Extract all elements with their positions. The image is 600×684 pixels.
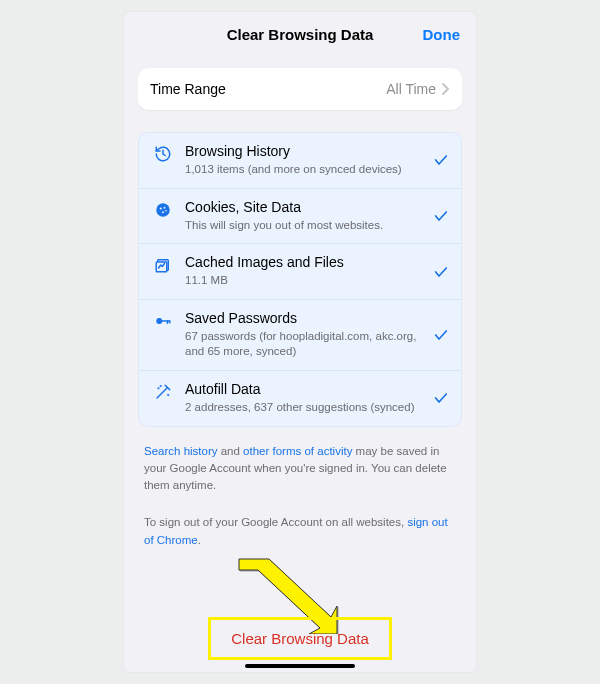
option-subtitle: This will sign you out of most websites. (185, 218, 427, 233)
key-icon (151, 310, 175, 330)
svg-point-3 (162, 211, 164, 213)
check-icon (433, 264, 449, 280)
history-icon (151, 143, 175, 163)
option-subtitle: 67 passwords (for hoopladigital.com, akc… (185, 329, 427, 359)
check-icon (433, 390, 449, 406)
option-cache[interactable]: Cached Images and Files 11.1 MB (139, 244, 461, 300)
chevron-right-icon (442, 83, 450, 95)
option-title: Cookies, Site Data (185, 199, 427, 216)
check-icon (433, 152, 449, 168)
svg-point-13 (168, 395, 169, 396)
autofill-icon (151, 381, 175, 401)
clear-browsing-data-button[interactable]: Clear Browsing Data (208, 617, 392, 660)
panel-title: Clear Browsing Data (227, 26, 374, 43)
svg-point-4 (165, 210, 167, 212)
option-title: Autofill Data (185, 381, 427, 398)
search-history-link[interactable]: Search history (144, 445, 218, 457)
svg-rect-9 (167, 320, 169, 324)
time-range-value: All Time (386, 81, 436, 97)
svg-rect-8 (162, 320, 170, 322)
svg-point-7 (156, 318, 162, 324)
option-title: Browsing History (185, 143, 427, 160)
footer-note-activity: Search history and other forms of activi… (144, 443, 456, 495)
data-types-card: Browsing History 1,013 items (and more o… (138, 132, 462, 427)
done-button[interactable]: Done (423, 12, 461, 56)
svg-point-2 (164, 207, 166, 209)
time-range-row[interactable]: Time Range All Time (138, 68, 462, 110)
option-autofill[interactable]: Autofill Data 2 addresses, 637 other sug… (139, 371, 461, 426)
option-subtitle: 11.1 MB (185, 273, 427, 288)
option-cookies[interactable]: Cookies, Site Data This will sign you ou… (139, 189, 461, 245)
option-browsing-history[interactable]: Browsing History 1,013 items (and more o… (139, 133, 461, 189)
svg-point-12 (160, 386, 161, 387)
option-title: Cached Images and Files (185, 254, 427, 271)
svg-rect-10 (169, 320, 171, 323)
check-icon (433, 208, 449, 224)
option-title: Saved Passwords (185, 310, 427, 327)
home-indicator (245, 664, 355, 668)
panel-header: Clear Browsing Data Done (124, 12, 476, 56)
cookie-icon (151, 199, 175, 219)
svg-point-0 (156, 203, 170, 217)
svg-point-11 (158, 388, 159, 389)
other-activity-link[interactable]: other forms of activity (243, 445, 352, 457)
option-subtitle: 1,013 items (and more on synced devices) (185, 162, 427, 177)
cache-icon (151, 254, 175, 274)
time-range-label: Time Range (150, 81, 386, 97)
svg-point-1 (160, 207, 162, 209)
clear-browsing-data-panel: Clear Browsing Data Done Time Range All … (124, 12, 476, 672)
check-icon (433, 327, 449, 343)
option-subtitle: 2 addresses, 637 other suggestions (sync… (185, 400, 427, 415)
option-passwords[interactable]: Saved Passwords 67 passwords (for hoopla… (139, 300, 461, 371)
footer-note-signout: To sign out of your Google Account on al… (144, 514, 456, 549)
